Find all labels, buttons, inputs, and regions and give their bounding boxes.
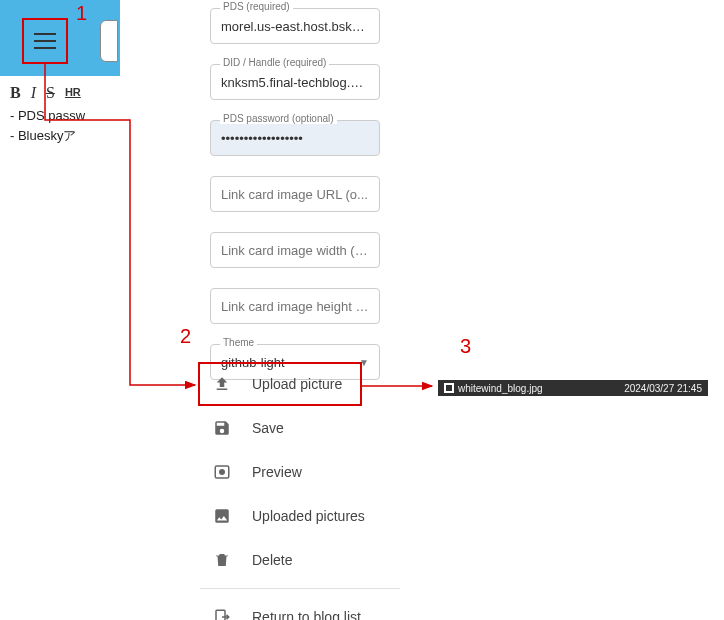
uploaded-pictures-item[interactable]: Uploaded pictures bbox=[200, 494, 400, 538]
link-image-width-input[interactable] bbox=[210, 232, 380, 268]
save-icon bbox=[212, 418, 232, 438]
format-toolbar: B I S HR bbox=[0, 76, 120, 106]
left-editor-panel: B I S HR - PDS passw - Blueskyア bbox=[0, 0, 120, 145]
link-image-width-field-wrap bbox=[210, 232, 380, 268]
annotation-number-2: 2 bbox=[180, 325, 191, 348]
upload-picture-label: Upload picture bbox=[252, 376, 342, 392]
svg-rect-2 bbox=[216, 610, 225, 620]
svg-point-1 bbox=[220, 470, 225, 475]
did-label: DID / Handle (required) bbox=[220, 57, 329, 68]
pds-label: PDS (required) bbox=[220, 1, 293, 12]
link-image-height-input[interactable] bbox=[210, 288, 380, 324]
image-icon bbox=[212, 506, 232, 526]
file-date: 2024/03/27 21:45 bbox=[624, 383, 702, 394]
annotation-box-1 bbox=[22, 18, 68, 64]
pds-field-wrap: PDS (required) bbox=[210, 8, 380, 44]
preview-label: Preview bbox=[252, 464, 302, 480]
password-label: PDS password (optional) bbox=[220, 113, 337, 124]
password-field-wrap: PDS password (optional) bbox=[210, 120, 380, 156]
action-menu: Upload picture Save Preview Uploaded pic… bbox=[200, 362, 400, 620]
annotation-number-1: 1 bbox=[76, 2, 87, 25]
strike-button[interactable]: S bbox=[46, 84, 55, 102]
save-item[interactable]: Save bbox=[200, 406, 400, 450]
link-image-url-input[interactable] bbox=[210, 176, 380, 212]
settings-form: PDS (required) DID / Handle (required) P… bbox=[210, 8, 380, 388]
exit-icon bbox=[212, 607, 232, 620]
menu-divider bbox=[200, 588, 400, 589]
editor-text-snippet: - PDS passw - Blueskyア bbox=[0, 106, 120, 145]
italic-button[interactable]: I bbox=[31, 84, 36, 102]
did-input[interactable] bbox=[210, 64, 380, 100]
theme-label: Theme bbox=[220, 337, 257, 348]
upload-picture-item[interactable]: Upload picture bbox=[200, 362, 400, 406]
file-icon bbox=[444, 383, 454, 393]
delete-item[interactable]: Delete bbox=[200, 538, 400, 582]
annotation-number-3: 3 bbox=[460, 335, 471, 358]
return-label: Return to blog list bbox=[252, 609, 361, 620]
link-image-url-field-wrap bbox=[210, 176, 380, 212]
editor-line: - Blueskyア bbox=[10, 126, 120, 146]
file-name: whitewind_blog.jpg bbox=[458, 383, 543, 394]
link-image-height-field-wrap bbox=[210, 288, 380, 324]
hr-button[interactable]: HR bbox=[65, 86, 81, 104]
password-input[interactable] bbox=[210, 120, 380, 156]
titlebar-edge-button[interactable] bbox=[100, 20, 118, 62]
save-label: Save bbox=[252, 420, 284, 436]
preview-icon bbox=[212, 462, 232, 482]
editor-line: - PDS passw bbox=[10, 106, 120, 126]
delete-label: Delete bbox=[252, 552, 292, 568]
file-explorer-row[interactable]: whitewind_blog.jpg 2024/03/27 21:45 bbox=[438, 380, 708, 396]
pds-input[interactable] bbox=[210, 8, 380, 44]
bold-button[interactable]: B bbox=[10, 84, 21, 102]
hamburger-icon[interactable] bbox=[34, 33, 56, 49]
upload-icon bbox=[212, 374, 232, 394]
did-field-wrap: DID / Handle (required) bbox=[210, 64, 380, 100]
return-item[interactable]: Return to blog list bbox=[200, 595, 400, 620]
preview-item[interactable]: Preview bbox=[200, 450, 400, 494]
uploaded-pictures-label: Uploaded pictures bbox=[252, 508, 365, 524]
trash-icon bbox=[212, 550, 232, 570]
